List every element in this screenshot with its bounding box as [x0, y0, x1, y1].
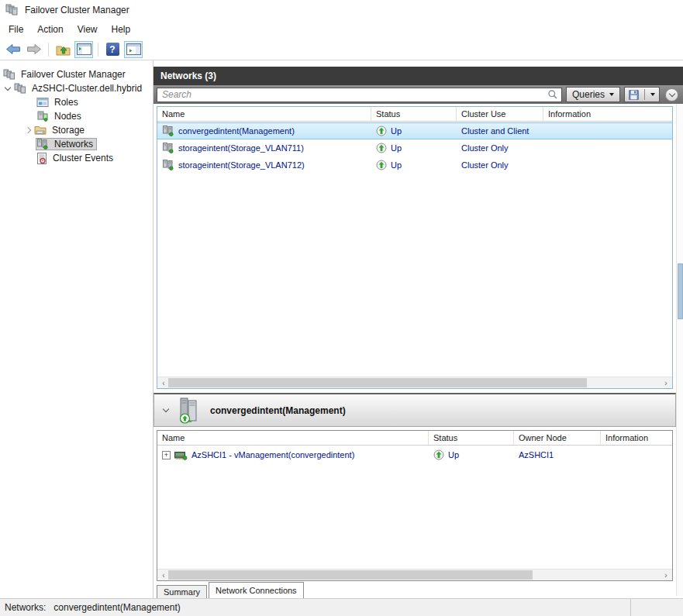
tree-item-label[interactable]: Storage [50, 125, 86, 136]
connections-rows: + AzSHCI1 - vManagement(convergedintent) [157, 446, 672, 569]
column-header-owner-node[interactable]: Owner Node [514, 431, 601, 445]
detail-title: convergedintent(Management) [210, 405, 346, 416]
network-connections-list: Name Status Owner Node Information + [157, 430, 673, 581]
menu-file[interactable]: File [2, 22, 30, 37]
menu-view[interactable]: View [71, 22, 105, 37]
column-header-information[interactable]: Information [601, 431, 672, 445]
detail-section: convergedintent(Management) Name Status … [154, 393, 683, 598]
tree-item-label[interactable]: Nodes [53, 111, 83, 122]
menu-bar: File Action View Help [0, 20, 683, 39]
chevron-right-icon[interactable] [25, 127, 31, 133]
cluster-use-text: Cluster Only [461, 160, 509, 170]
column-header-information[interactable]: Information [543, 107, 672, 121]
scroll-left-icon[interactable]: ‹ [160, 379, 167, 387]
scroll-left-icon[interactable]: ‹ [160, 571, 167, 580]
console-tree: Failover Cluster Manager AzSHCI-Cluster.… [0, 60, 154, 598]
status-text: Up [391, 160, 402, 170]
save-icon [629, 90, 639, 100]
back-button[interactable] [4, 41, 22, 58]
status-up-icon [376, 143, 387, 153]
tree-item-networks[interactable]: Networks [0, 137, 153, 151]
help-button[interactable]: ? [103, 41, 122, 58]
tree-item-label[interactable]: Networks [53, 139, 95, 150]
dropdown-caret-icon [650, 93, 655, 96]
queries-button[interactable]: Queries [566, 87, 620, 102]
detail-header: convergedintent(Management) [154, 393, 676, 427]
horizontal-scrollbar[interactable]: ‹ › [157, 377, 672, 388]
owner-node-text: AzSHCI1 [519, 450, 554, 459]
tree-item-root[interactable]: Failover Cluster Manager [0, 67, 153, 81]
tree-item-label[interactable]: Roles [53, 97, 80, 108]
network-name: convergedintent(Management) [178, 126, 295, 136]
show-action-pane-button[interactable] [124, 41, 143, 58]
status-label: Networks: [5, 602, 46, 613]
cluster-events-icon [36, 153, 47, 164]
network-name: storageintent(Storage_VLAN712) [178, 160, 305, 170]
filter-bar: Queries [154, 85, 683, 104]
scroll-right-icon[interactable]: › [662, 571, 670, 580]
tree-item-label[interactable]: Failover Cluster Manager [19, 69, 127, 80]
tree-selection-highlight[interactable]: Networks [36, 139, 96, 150]
cluster-use-text: Cluster Only [461, 143, 509, 153]
cluster-use-text: Cluster and Client [461, 126, 529, 136]
table-row[interactable]: convergedintent(Management) Up Cluster a… [157, 122, 672, 139]
show-console-tree-button[interactable] [74, 41, 93, 58]
window-title: Failover Cluster Manager [25, 5, 129, 15]
cluster-icon [14, 83, 26, 95]
table-row[interactable]: storageintent(Storage_VLAN711) Up Cluste… [157, 139, 672, 157]
networks-rows: convergedintent(Management) Up Cluster a… [157, 122, 672, 377]
cluster-manager-icon [3, 69, 16, 81]
tree-item-label[interactable]: Cluster Events [51, 153, 115, 163]
scroll-right-icon[interactable]: › [662, 379, 670, 387]
column-header-status[interactable]: Status [371, 107, 457, 121]
horizontal-scrollbar[interactable]: ‹ › [157, 569, 672, 580]
networks-icon [36, 139, 49, 150]
tree-item-cluster[interactable]: AzSHCI-Cluster.dell.hybrid [0, 81, 153, 95]
save-query-button[interactable] [624, 87, 660, 102]
table-row[interactable]: + AzSHCI1 - vManagement(convergedintent) [157, 446, 672, 463]
tab-network-connections[interactable]: Network Connections [209, 582, 304, 598]
search-box [157, 88, 562, 102]
collapse-section-chevron-icon[interactable] [163, 406, 169, 412]
network-adapter-icon [174, 450, 188, 460]
forward-button[interactable] [25, 41, 43, 58]
search-icon[interactable] [547, 89, 558, 100]
status-text: Up [448, 450, 459, 459]
title-bar: Failover Cluster Manager [0, 0, 683, 20]
scrollbar-thumb[interactable] [168, 570, 533, 580]
menu-help[interactable]: Help [105, 22, 138, 37]
help-icon: ? [106, 43, 119, 56]
column-header-name[interactable]: Name [157, 431, 429, 445]
status-up-icon [376, 160, 387, 170]
column-header-name[interactable]: Name [157, 107, 371, 121]
status-text: Up [391, 143, 402, 153]
vertical-scrollbar[interactable] [676, 104, 683, 596]
detail-tabs: Summary Network Connections [154, 581, 683, 598]
tree-item-label[interactable]: AzSHCI-Cluster.dell.hybrid [30, 83, 143, 94]
search-input[interactable] [162, 89, 547, 101]
table-row[interactable]: storageintent(Storage_VLAN712) Up Cluste… [157, 157, 672, 174]
column-header-status[interactable]: Status [429, 431, 514, 445]
expand-row-button[interactable]: + [162, 451, 171, 459]
back-arrow-icon [5, 43, 21, 55]
tree-item-nodes[interactable]: Nodes [0, 109, 153, 123]
tab-summary[interactable]: Summary [157, 585, 207, 598]
nodes-icon [36, 111, 49, 122]
content-area: Failover Cluster Manager AzSHCI-Cluster.… [0, 60, 683, 598]
connections-table-header: Name Status Owner Node Information [157, 431, 672, 446]
network-icon [162, 126, 174, 136]
scrollbar-thumb[interactable] [168, 378, 587, 387]
up-one-level-button[interactable] [53, 41, 72, 58]
folder-up-icon [56, 43, 71, 56]
tree-item-storage[interactable]: Storage [0, 123, 153, 137]
scrollbar-thumb[interactable] [678, 263, 683, 319]
menu-action[interactable]: Action [30, 22, 70, 37]
tree-item-roles[interactable]: Roles [0, 95, 153, 109]
forward-arrow-icon [26, 43, 42, 55]
networks-table-header: Name Status Cluster Use Information [157, 107, 672, 122]
tree-item-cluster-events[interactable]: Cluster Events [0, 151, 153, 165]
column-header-cluster-use[interactable]: Cluster Use [457, 107, 543, 121]
collapse-filter-button[interactable] [665, 88, 678, 102]
status-bar: Networks: convergedintent(Management) [0, 598, 683, 616]
chevron-down-icon[interactable] [5, 84, 11, 90]
